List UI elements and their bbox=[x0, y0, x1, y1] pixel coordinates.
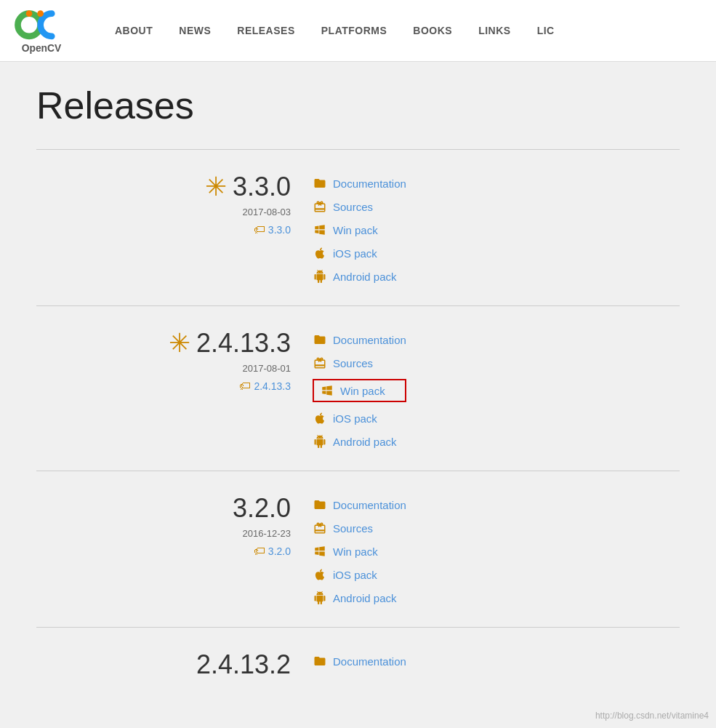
main-content: Releases ✳3.3.02017-08-03🏷3.3.0Documenta… bbox=[0, 62, 716, 724]
release-tag[interactable]: 🏷3.3.0 bbox=[254, 223, 291, 236]
nav-platforms[interactable]: PLATFORMS bbox=[308, 0, 401, 62]
windows-icon bbox=[313, 223, 327, 237]
tag-text: 3.2.0 bbox=[268, 545, 291, 557]
folder-icon bbox=[313, 176, 327, 191]
link-win-pack[interactable]: Win pack bbox=[313, 223, 406, 237]
link-android-pack[interactable]: Android pack bbox=[313, 434, 406, 449]
release-3.2.0: 3.2.02016-12-23🏷3.2.0DocumentationSource… bbox=[36, 471, 680, 627]
opencv-logo: OpenCV bbox=[15, 7, 73, 55]
tag-text: 2.4.13.3 bbox=[254, 380, 291, 392]
header: OpenCV ABOUT NEWS RELEASES PLATFORMS BOO… bbox=[0, 0, 716, 62]
asterisk-icon: ✳ bbox=[169, 328, 190, 359]
link-sources[interactable]: Sources bbox=[313, 356, 406, 370]
release-2.4.13.3: ✳2.4.13.32017-08-01🏷2.4.13.3Documentatio… bbox=[36, 305, 680, 471]
link-win-pack[interactable]: Win pack bbox=[313, 544, 406, 559]
release-links: Documentation bbox=[313, 649, 406, 668]
svg-text:OpenCV: OpenCV bbox=[22, 41, 62, 53]
link-ios-pack[interactable]: iOS pack bbox=[313, 567, 406, 582]
release-version-2.4.13.2: 2.4.13.2 bbox=[36, 649, 291, 680]
windows-icon bbox=[313, 544, 327, 559]
archive-icon bbox=[313, 356, 327, 370]
apple-icon bbox=[313, 246, 327, 260]
version-number: 3.3.0 bbox=[233, 172, 291, 202]
archive-icon bbox=[313, 199, 327, 214]
release-links: DocumentationSourcesWin packiOS packAndr… bbox=[313, 493, 406, 605]
link-documentation[interactable]: Documentation bbox=[313, 497, 406, 512]
version-number: 2.4.13.2 bbox=[196, 649, 291, 680]
release-left-2.4.13.3: ✳2.4.13.32017-08-01🏷2.4.13.3 bbox=[36, 328, 313, 393]
archive-icon bbox=[313, 521, 327, 535]
link-label: Sources bbox=[333, 201, 373, 213]
release-date: 2016-12-23 bbox=[36, 528, 291, 539]
link-label: Sources bbox=[333, 522, 373, 535]
tag-icon: 🏷 bbox=[254, 545, 265, 558]
link-sources[interactable]: Sources bbox=[313, 521, 406, 535]
release-date: 2017-08-03 bbox=[36, 207, 291, 217]
apple-icon bbox=[313, 411, 327, 425]
tag-icon: 🏷 bbox=[254, 223, 265, 236]
link-label: Android pack bbox=[333, 592, 397, 604]
tag-text: 3.3.0 bbox=[268, 224, 291, 236]
release-2.4.13.2: 2.4.13.2Documentation bbox=[36, 627, 680, 702]
windows-icon bbox=[320, 383, 334, 398]
asterisk-icon: ✳ bbox=[205, 172, 227, 202]
link-win-pack[interactable]: Win pack bbox=[313, 379, 406, 402]
release-left-3.3.0: ✳3.3.02017-08-03🏷3.3.0 bbox=[36, 172, 313, 236]
link-android-pack[interactable]: Android pack bbox=[313, 591, 406, 605]
link-documentation[interactable]: Documentation bbox=[313, 332, 406, 347]
nav-lic[interactable]: LIC bbox=[524, 0, 568, 62]
svg-point-2 bbox=[37, 10, 44, 17]
link-sources[interactable]: Sources bbox=[313, 199, 406, 214]
release-tag[interactable]: 🏷2.4.13.3 bbox=[239, 380, 291, 393]
release-version-2.4.13.3: ✳2.4.13.3 bbox=[36, 328, 291, 359]
link-label: Android pack bbox=[333, 436, 397, 448]
release-left-2.4.13.2: 2.4.13.2 bbox=[36, 649, 313, 680]
watermark: http://blog.csdn.net/vitamine4 bbox=[595, 711, 709, 721]
logo-area: OpenCV bbox=[15, 7, 73, 55]
release-date: 2017-08-01 bbox=[36, 363, 291, 374]
main-nav: ABOUT NEWS RELEASES PLATFORMS BOOKS LINK… bbox=[102, 0, 568, 62]
android-icon bbox=[313, 434, 327, 449]
link-label: iOS pack bbox=[333, 569, 377, 581]
folder-icon bbox=[313, 332, 327, 347]
link-label: iOS pack bbox=[333, 412, 377, 425]
release-links: DocumentationSourcesWin packiOS packAndr… bbox=[313, 328, 406, 449]
release-3.3.0: ✳3.3.02017-08-03🏷3.3.0DocumentationSourc… bbox=[36, 149, 680, 305]
link-label: Win pack bbox=[340, 385, 385, 397]
version-number: 2.4.13.3 bbox=[196, 328, 291, 359]
svg-point-0 bbox=[17, 13, 40, 36]
link-label: Documentation bbox=[333, 334, 406, 346]
link-label: Documentation bbox=[333, 177, 406, 190]
release-version-3.2.0: 3.2.0 bbox=[36, 493, 291, 524]
release-links: DocumentationSourcesWin packiOS packAndr… bbox=[313, 172, 406, 284]
link-ios-pack[interactable]: iOS pack bbox=[313, 246, 406, 260]
link-documentation[interactable]: Documentation bbox=[313, 176, 406, 191]
nav-books[interactable]: BOOKS bbox=[400, 0, 465, 62]
link-label: Win pack bbox=[333, 545, 378, 558]
link-ios-pack[interactable]: iOS pack bbox=[313, 411, 406, 425]
nav-news[interactable]: NEWS bbox=[166, 0, 224, 62]
link-label: Win pack bbox=[333, 224, 378, 236]
folder-icon bbox=[313, 654, 327, 668]
android-icon bbox=[313, 269, 327, 284]
link-documentation[interactable]: Documentation bbox=[313, 654, 406, 668]
link-android-pack[interactable]: Android pack bbox=[313, 269, 406, 284]
page-title: Releases bbox=[36, 84, 680, 127]
release-tag[interactable]: 🏷3.2.0 bbox=[254, 545, 291, 558]
link-label: Documentation bbox=[333, 655, 406, 668]
nav-about[interactable]: ABOUT bbox=[102, 0, 166, 62]
link-label: Documentation bbox=[333, 499, 406, 511]
tag-icon: 🏷 bbox=[239, 380, 251, 393]
nav-releases[interactable]: RELEASES bbox=[224, 0, 307, 62]
android-icon bbox=[313, 591, 327, 605]
svg-point-1 bbox=[26, 10, 33, 17]
folder-icon bbox=[313, 497, 327, 512]
link-label: Android pack bbox=[333, 271, 397, 283]
link-label: Sources bbox=[333, 357, 373, 369]
releases-container: ✳3.3.02017-08-03🏷3.3.0DocumentationSourc… bbox=[36, 149, 680, 702]
link-label: iOS pack bbox=[333, 247, 377, 260]
release-left-3.2.0: 3.2.02016-12-23🏷3.2.0 bbox=[36, 493, 313, 558]
nav-links[interactable]: LINKS bbox=[465, 0, 524, 62]
apple-icon bbox=[313, 567, 327, 582]
release-version-3.3.0: ✳3.3.0 bbox=[36, 172, 291, 202]
